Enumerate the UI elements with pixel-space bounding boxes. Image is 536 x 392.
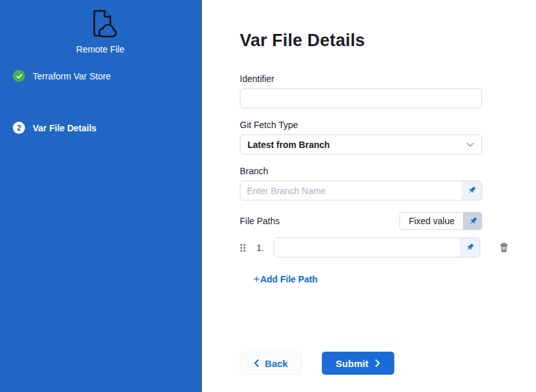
check-icon [13,70,25,82]
page-title: Var File Details [240,31,536,51]
file-path-row: 1. [240,238,536,257]
chevron-down-icon [466,142,474,147]
pin-icon [465,243,474,252]
back-button-label: Back [265,358,288,369]
file-paths-header: File Paths Fixed value [240,212,482,230]
file-path-input-group [274,238,480,257]
branch-input[interactable] [240,181,462,200]
back-button[interactable]: Back [240,352,302,375]
sidebar-step-terraform-var-store[interactable]: Terraform Var Store [0,70,201,82]
pin-icon [468,216,478,226]
file-path-pin-button[interactable] [460,238,480,257]
branch-field-group: Branch [240,166,482,200]
wizard-sidebar: Remote File Terraform Var Store 2 Var Fi… [0,0,202,392]
trash-icon [499,242,509,253]
add-file-path-button[interactable]: + Add File Path [253,274,317,284]
drag-handle-icon[interactable] [240,243,246,252]
store-summary: Remote File [0,8,201,54]
git-fetch-type-value: Latest from Branch [247,140,330,150]
file-path-row-index: 1. [256,243,266,253]
branch-pin-button[interactable] [462,181,482,200]
chevron-left-icon [254,359,259,367]
var-file-details-panel: Var File Details Identifier Git Fetch Ty… [202,0,536,392]
git-fetch-type-field-group: Git Fetch Type Latest from Branch [240,120,482,154]
identifier-input[interactable] [240,88,482,108]
chevron-right-icon [375,359,380,367]
identifier-field-group: Identifier [240,74,482,108]
identifier-label: Identifier [240,74,482,84]
submit-button[interactable]: Submit [322,352,394,375]
git-fetch-type-label: Git Fetch Type [240,120,482,130]
plus-icon: + [253,275,260,284]
fixed-value-button[interactable]: Fixed value [399,212,464,230]
file-paths-pin-button[interactable] [464,212,482,230]
footer-actions: Back Submit [240,352,536,375]
sidebar-step-var-file-details[interactable]: 2 Var File Details [0,122,201,134]
sidebar-step-label: Var File Details [33,123,97,133]
pin-icon [467,186,476,195]
branch-label: Branch [240,166,482,176]
file-cloud-icon [84,8,117,42]
step-number-badge: 2 [13,122,25,134]
store-label: Remote File [0,44,201,54]
file-path-input[interactable] [274,238,460,257]
delete-file-path-button[interactable] [499,242,509,253]
branch-input-group [240,181,482,200]
submit-button-label: Submit [336,358,369,369]
file-paths-type-control: Fixed value [399,212,482,230]
file-paths-label: File Paths [240,216,280,226]
git-fetch-type-select[interactable]: Latest from Branch [240,135,482,154]
add-file-path-label: Add File Path [260,274,317,284]
sidebar-step-label: Terraform Var Store [33,71,111,81]
